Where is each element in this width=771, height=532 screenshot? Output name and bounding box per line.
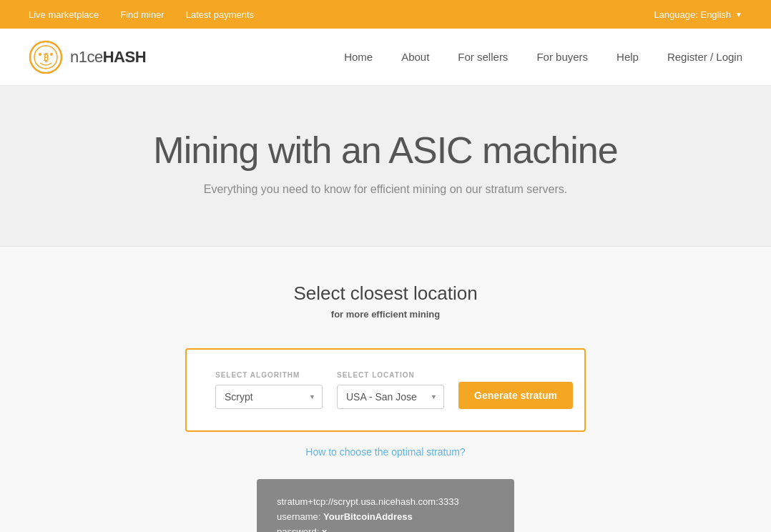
algorithm-label: SELECT ALGORITHM <box>215 371 323 379</box>
find-miner-link[interactable]: Find miner <box>120 9 164 20</box>
svg-point-3 <box>39 53 41 56</box>
nav-about[interactable]: About <box>401 51 429 63</box>
top-bar: Live marketplace Find miner Latest payme… <box>0 0 771 29</box>
main-content: Select closest location for more efficie… <box>0 247 771 532</box>
language-arrow-icon: ▼ <box>735 11 742 19</box>
stratum-output-box: stratum+tcp://scrypt.usa.nicehash.com:33… <box>257 479 514 532</box>
output-line-1: stratum+tcp://scrypt.usa.nicehash.com:33… <box>277 496 494 507</box>
output-username-value: YourBitcoinAddress <box>323 511 413 522</box>
location-label: SELECT LOCATION <box>337 371 444 379</box>
hero-subtitle: Everything you need to know for efficien… <box>29 183 742 196</box>
section-title: Select closest location <box>293 282 477 305</box>
language-label: Language: English <box>654 9 731 20</box>
svg-text:₿: ₿ <box>44 51 49 63</box>
algorithm-select-wrapper: Scrypt SHA-256 X11 Ethereum <box>215 385 323 409</box>
live-marketplace-link[interactable]: Live marketplace <box>29 9 99 20</box>
stratum-help-link[interactable]: How to choose the optimal stratum? <box>305 446 465 458</box>
location-group: SELECT LOCATION USA - San Jose EU - Amst… <box>337 371 444 409</box>
nav-for-buyers[interactable]: For buyers <box>536 51 588 63</box>
form-row: SELECT ALGORITHM Scrypt SHA-256 X11 Ethe… <box>215 371 556 409</box>
language-selector[interactable]: Language: English ▼ <box>654 9 742 20</box>
logo-icon: ₿ <box>29 40 63 74</box>
output-line-2: username: YourBitcoinAddress <box>277 511 494 522</box>
location-select-wrapper: USA - San Jose EU - Amsterdam EU - Frank… <box>337 385 444 409</box>
nav-for-sellers[interactable]: For sellers <box>458 51 508 63</box>
main-nav: Home About For sellers For buyers Help R… <box>344 51 742 63</box>
location-select[interactable]: USA - San Jose EU - Amsterdam EU - Frank… <box>337 385 444 409</box>
latest-payments-link[interactable]: Latest payments <box>186 9 254 20</box>
generate-stratum-button[interactable]: Generate stratum <box>458 382 573 409</box>
logo-text: n1ceHASH <box>70 48 146 66</box>
output-username-prefix: username: <box>277 511 323 522</box>
header: ₿ n1ceHASH Home About For sellers For bu… <box>0 29 771 86</box>
nav-home[interactable]: Home <box>344 51 373 63</box>
algorithm-group: SELECT ALGORITHM Scrypt SHA-256 X11 Ethe… <box>215 371 323 409</box>
top-bar-links: Live marketplace Find miner Latest payme… <box>29 9 254 20</box>
nav-help[interactable]: Help <box>617 51 639 63</box>
hero-title: Mining with an ASIC machine <box>29 129 742 172</box>
hero-section: Mining with an ASIC machine Everything y… <box>0 86 771 247</box>
logo[interactable]: ₿ n1ceHASH <box>29 40 146 74</box>
svg-point-4 <box>50 53 53 56</box>
section-subtitle: for more efficient mining <box>331 309 440 320</box>
output-password-prefix: password: <box>277 526 322 532</box>
output-line-3: password: x <box>277 526 494 532</box>
algorithm-select[interactable]: Scrypt SHA-256 X11 Ethereum <box>215 385 323 409</box>
stratum-form-box: SELECT ALGORITHM Scrypt SHA-256 X11 Ethe… <box>185 348 586 432</box>
output-password-value: x <box>322 526 327 532</box>
nav-register-login[interactable]: Register / Login <box>667 51 742 63</box>
